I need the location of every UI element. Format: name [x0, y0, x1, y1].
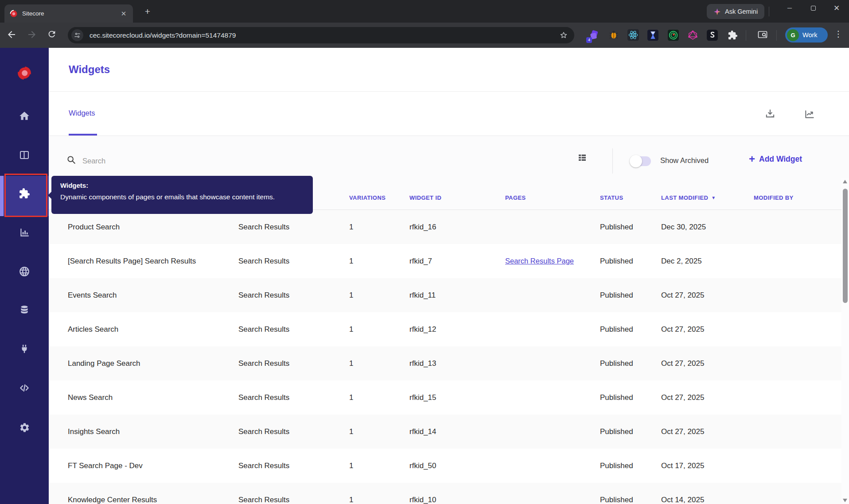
extension-purple-diamond-icon[interactable]: 4	[588, 28, 601, 42]
show-archived-toggle[interactable]	[631, 156, 651, 166]
tab-close-icon[interactable]: ✕	[120, 10, 128, 18]
side-panel-search-icon[interactable]	[756, 28, 769, 42]
browser-toolbar: cec.sitecorecloud.io/widgets?domain=5147…	[0, 23, 849, 48]
table-row[interactable]: [Search Results Page] Search Results Sea…	[49, 244, 849, 278]
last-modified-date: Oct 27, 2025	[661, 291, 754, 300]
col-widget-id[interactable]: WIDGET ID	[409, 194, 505, 201]
status-badge: Published	[600, 359, 661, 368]
sort-desc-icon: ▼	[711, 195, 716, 200]
divider	[612, 148, 613, 174]
table-row[interactable]: Knowledge Center Results Search Results …	[49, 483, 849, 504]
widget-id: rfkid_14	[409, 427, 505, 436]
minimize-icon[interactable]: ─	[785, 4, 794, 12]
extension-bug-icon[interactable]	[607, 28, 620, 42]
sidebar-item-developer[interactable]	[14, 377, 35, 399]
browser-menu-icon[interactable]: ⋮	[834, 29, 843, 39]
modified-by-cell	[754, 393, 849, 402]
last-modified-date: Oct 17, 2025	[661, 461, 754, 470]
last-modified-date: Oct 27, 2025	[661, 393, 754, 402]
tab-widgets[interactable]: Widgets	[69, 109, 95, 117]
sidebar-item-analytics[interactable]	[14, 222, 35, 243]
table-row[interactable]: Events Search Search Results 1 rfkid_11 …	[49, 278, 849, 312]
status-badge: Published	[600, 257, 661, 266]
page-link[interactable]: Search Results Page	[505, 257, 574, 265]
download-icon[interactable]	[761, 105, 779, 123]
extension-react-icon[interactable]	[627, 28, 640, 42]
modified-by-cell	[754, 427, 849, 436]
list-view-icon[interactable]	[577, 152, 588, 163]
analytics-icon[interactable]	[801, 105, 818, 123]
divider	[769, 7, 769, 16]
bookmark-star-icon[interactable]	[559, 31, 568, 40]
close-icon[interactable]: ✕	[832, 4, 841, 12]
widget-variations: 1	[349, 291, 409, 300]
scrollbar-thumb[interactable]	[843, 189, 848, 303]
sidebar-item-home[interactable]	[14, 105, 35, 127]
last-modified-date: Dec 2, 2025	[661, 257, 754, 266]
scroll-up-icon[interactable]	[843, 180, 847, 183]
widget-name: Product Search	[68, 223, 238, 232]
status-badge: Published	[600, 291, 661, 300]
modified-by-cell	[754, 325, 849, 334]
ask-gemini-button[interactable]: Ask Gemini	[707, 4, 764, 19]
col-status[interactable]: STATUS	[600, 194, 661, 201]
profile-button[interactable]: G Work	[785, 27, 828, 43]
col-pages[interactable]: PAGES	[505, 194, 600, 201]
widget-id: rfkid_13	[409, 359, 505, 368]
extension-graphql-icon[interactable]	[686, 28, 699, 42]
table-row[interactable]: News Search Search Results 1 rfkid_15 Pu…	[49, 380, 849, 415]
widget-name: [Search Results Page] Search Results	[68, 257, 238, 266]
app-window: Widgets Widgets	[0, 48, 849, 504]
extension-stylus-icon[interactable]	[705, 28, 719, 42]
sidebar-item-sources[interactable]	[14, 299, 35, 321]
site-info-icon[interactable]	[71, 29, 83, 41]
forward-icon[interactable]	[27, 29, 38, 41]
widget-variations: 1	[349, 427, 409, 436]
browser-chrome: Sitecore ✕ + Ask Gemini ─ ✕	[0, 0, 849, 48]
reload-icon[interactable]	[47, 29, 58, 41]
widget-name: Articles Search	[68, 325, 238, 334]
scroll-down-icon[interactable]	[843, 499, 847, 502]
table-row[interactable]: Insights Search Search Results 1 rfkid_1…	[49, 415, 849, 449]
url-bar[interactable]: cec.sitecorecloud.io/widgets?domain=5147…	[68, 27, 574, 43]
widget-variations: 1	[349, 461, 409, 470]
status-badge: Published	[600, 496, 661, 504]
table-row[interactable]: Landing Page Search Search Results 1 rfk…	[49, 346, 849, 380]
widget-name: FT Search Page - Dev	[68, 461, 238, 470]
modified-by-cell	[754, 359, 849, 368]
table-row[interactable]: Articles Search Search Results 1 rfkid_1…	[49, 312, 849, 346]
sitecore-logo-icon[interactable]	[14, 62, 35, 84]
extensions-puzzle-icon[interactable]	[726, 28, 739, 42]
status-badge: Published	[600, 223, 661, 232]
maximize-icon[interactable]	[809, 4, 818, 12]
last-modified-date: Oct 27, 2025	[661, 325, 754, 334]
extension-target-icon[interactable]	[666, 28, 680, 42]
add-widget-button[interactable]: + Add Widget	[749, 154, 802, 164]
extension-badge: 4	[586, 37, 592, 43]
vertical-scrollbar[interactable]	[841, 178, 849, 504]
last-modified-date: Oct 14, 2025	[661, 496, 754, 504]
table-row[interactable]: Product Search Search Results 1 rfkid_16…	[49, 210, 849, 244]
widget-type: Search Results	[238, 393, 349, 402]
browser-tab[interactable]: Sitecore ✕	[4, 4, 133, 23]
col-last-modified[interactable]: LAST MODIFIED ▼	[661, 194, 754, 201]
widget-type: Search Results	[238, 359, 349, 368]
widget-id: rfkid_10	[409, 496, 505, 504]
page-title: Widgets	[69, 63, 110, 76]
modified-by-cell	[754, 461, 849, 470]
table-row[interactable]: FT Search Page - Dev Search Results 1 rf…	[49, 449, 849, 483]
col-modified-by[interactable]: MODIFIED BY	[754, 194, 849, 201]
sidebar-item-layout[interactable]	[14, 144, 35, 166]
new-tab-button[interactable]: +	[142, 6, 153, 18]
last-modified-date: Oct 27, 2025	[661, 359, 754, 368]
extension-hourglass-icon[interactable]	[646, 28, 659, 42]
col-variations[interactable]: VARIATIONS	[349, 194, 409, 201]
sidebar-item-locales[interactable]	[14, 261, 35, 282]
search-input[interactable]	[82, 154, 269, 168]
status-badge: Published	[600, 393, 661, 402]
table-body: Product Search Search Results 1 rfkid_16…	[49, 210, 849, 504]
sidebar-item-connections[interactable]	[14, 338, 35, 360]
sidebar-item-settings[interactable]	[14, 417, 35, 438]
back-icon[interactable]	[6, 29, 18, 41]
widget-id: rfkid_50	[409, 461, 505, 470]
